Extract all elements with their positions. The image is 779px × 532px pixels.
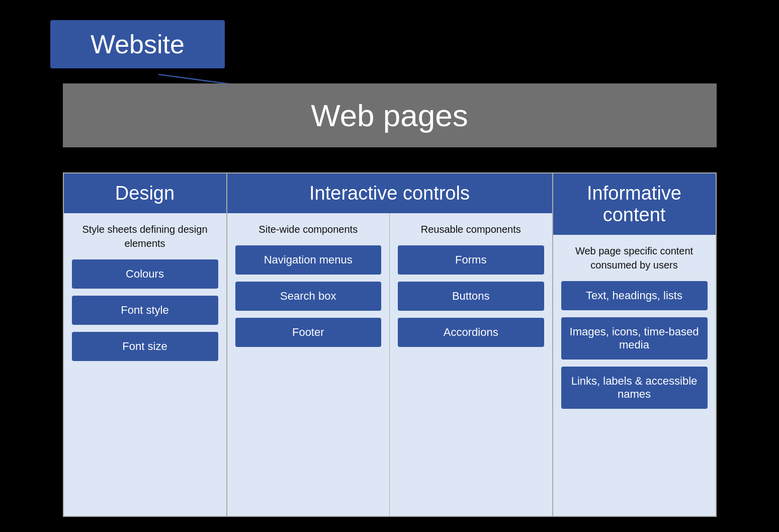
informative-header: Informative content [553,173,716,235]
design-body: Style sheets defining design elements Co… [64,213,226,516]
informative-item-text: Text, headings, lists [561,281,708,310]
informative-column: Informative content Web page specific co… [552,172,717,517]
webpages-label: Web pages [311,98,468,133]
interactive-footer: Footer [235,318,382,347]
informative-description: Web page specific content consumed by us… [561,244,708,272]
design-column: Design Style sheets defining design elem… [63,172,226,517]
columns-area: Design Style sheets defining design elem… [63,172,717,517]
webpages-node: Web pages [63,83,717,147]
design-item-font-style: Font style [72,296,218,325]
informative-body: Web page specific content consumed by us… [553,235,716,516]
interactive-accordions: Accordions [398,318,544,347]
design-description: Style sheets defining design elements [72,222,218,250]
design-item-colours: Colours [72,259,218,289]
reusable-description: Reusable components [421,222,521,236]
sitewide-description: Site-wide components [258,222,358,236]
interactive-sub-sitewide: Site-wide components Navigation menus Se… [227,213,390,516]
interactive-column: Interactive controls Site-wide component… [226,172,552,517]
interactive-header: Interactive controls [227,173,552,213]
interactive-forms: Forms [398,245,544,275]
interactive-sub-reusable: Reusable components Forms Buttons Accord… [390,213,552,516]
informative-item-images: Images, icons, time-based media [561,317,708,360]
interactive-buttons: Buttons [398,282,544,311]
diagram-container: Website Web pages Design Style sheets de… [0,0,779,532]
design-item-font-size: Font size [72,332,218,361]
design-header: Design [64,173,226,213]
informative-item-links: Links, labels & accessible names [561,367,708,409]
website-node: Website [50,20,225,68]
interactive-search-box: Search box [235,282,382,311]
interactive-nav-menus: Navigation menus [235,245,382,275]
interactive-body: Site-wide components Navigation menus Se… [227,213,552,516]
website-label: Website [91,30,185,59]
